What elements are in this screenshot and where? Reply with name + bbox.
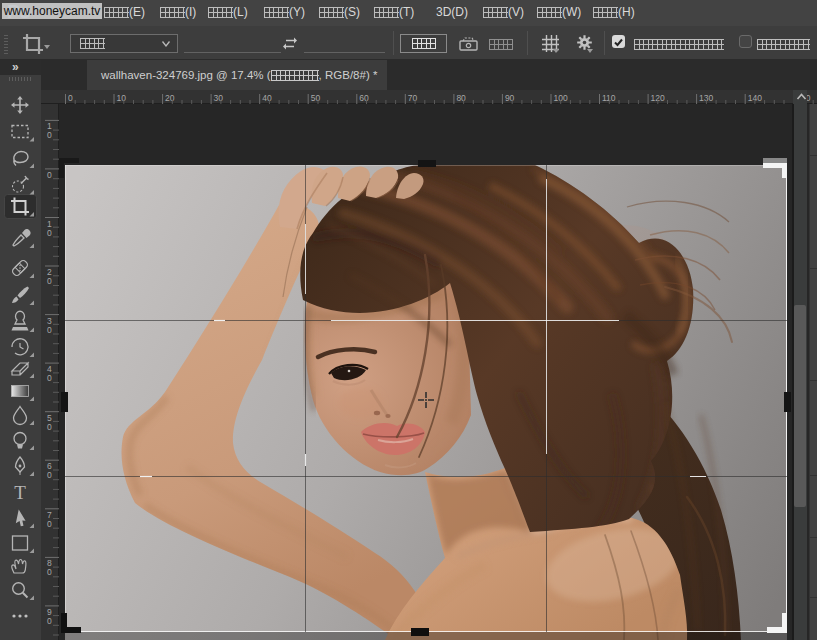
svg-text:70: 70 [408,93,418,103]
svg-text:50: 50 [311,93,321,103]
svg-text:0: 0 [47,616,52,626]
svg-text:0: 0 [47,519,52,529]
svg-text:0: 0 [47,276,52,286]
svg-text:0: 0 [47,470,52,480]
svg-text:0: 0 [47,130,52,140]
svg-text:T: T [14,482,26,503]
svg-text:40: 40 [262,93,272,103]
svg-text:30: 30 [214,93,224,103]
svg-text:10: 10 [117,93,127,103]
svg-text:20: 20 [165,93,175,103]
svg-text:0: 0 [47,422,52,432]
svg-text:0: 0 [47,325,52,335]
svg-text:0: 0 [47,373,52,383]
svg-text:90: 90 [505,93,515,103]
svg-text:0: 0 [47,170,52,180]
svg-text:80: 80 [456,93,466,103]
svg-text:0: 0 [68,93,73,103]
svg-text:0: 0 [47,228,52,238]
svg-text:60: 60 [359,93,369,103]
svg-text:0: 0 [47,567,52,577]
